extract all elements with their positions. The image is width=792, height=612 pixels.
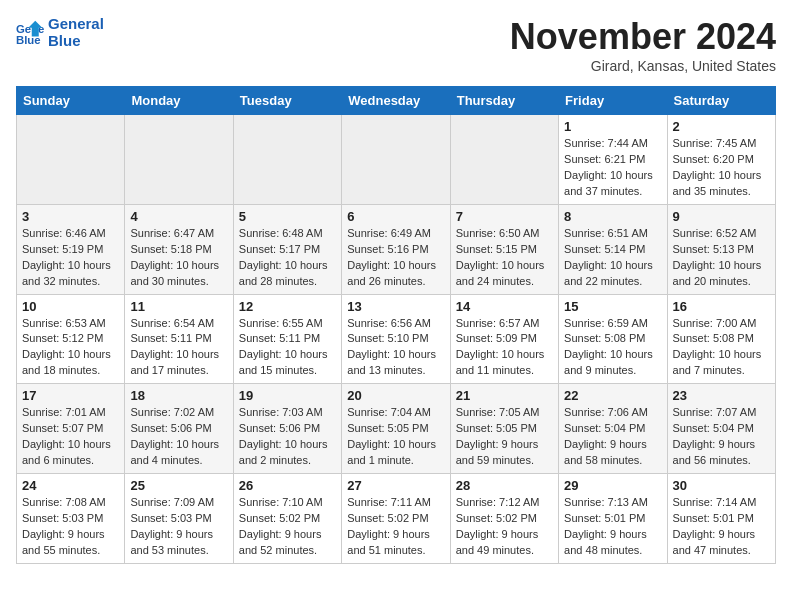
day-number: 19	[239, 388, 336, 403]
day-cell: 27Sunrise: 7:11 AMSunset: 5:02 PMDayligh…	[342, 474, 450, 564]
sunset: Sunset: 5:19 PM	[22, 243, 103, 255]
day-cell: 9Sunrise: 6:52 AMSunset: 5:13 PMDaylight…	[667, 204, 775, 294]
daylight: Daylight: 9 hours and 59 minutes.	[456, 438, 539, 466]
daylight: Daylight: 10 hours and 35 minutes.	[673, 169, 762, 197]
day-cell: 20Sunrise: 7:04 AMSunset: 5:05 PMDayligh…	[342, 384, 450, 474]
day-number: 28	[456, 478, 553, 493]
cell-info: Sunrise: 6:53 AMSunset: 5:12 PMDaylight:…	[22, 316, 119, 380]
sunrise: Sunrise: 7:14 AM	[673, 496, 757, 508]
daylight: Daylight: 10 hours and 28 minutes.	[239, 259, 328, 287]
day-number: 24	[22, 478, 119, 493]
week-row-4: 17Sunrise: 7:01 AMSunset: 5:07 PMDayligh…	[17, 384, 776, 474]
sunset: Sunset: 5:17 PM	[239, 243, 320, 255]
sunset: Sunset: 5:04 PM	[564, 422, 645, 434]
day-number: 16	[673, 299, 770, 314]
sunrise: Sunrise: 6:51 AM	[564, 227, 648, 239]
daylight: Daylight: 10 hours and 24 minutes.	[456, 259, 545, 287]
day-number: 4	[130, 209, 227, 224]
cell-info: Sunrise: 7:14 AMSunset: 5:01 PMDaylight:…	[673, 495, 770, 559]
day-number: 9	[673, 209, 770, 224]
calendar-body: 1Sunrise: 7:44 AMSunset: 6:21 PMDaylight…	[17, 115, 776, 564]
daylight: Daylight: 9 hours and 48 minutes.	[564, 528, 647, 556]
sunset: Sunset: 5:08 PM	[564, 332, 645, 344]
day-number: 14	[456, 299, 553, 314]
sunrise: Sunrise: 6:52 AM	[673, 227, 757, 239]
daylight: Daylight: 10 hours and 30 minutes.	[130, 259, 219, 287]
sunrise: Sunrise: 6:47 AM	[130, 227, 214, 239]
day-number: 17	[22, 388, 119, 403]
cell-info: Sunrise: 6:46 AMSunset: 5:19 PMDaylight:…	[22, 226, 119, 290]
cell-info: Sunrise: 6:59 AMSunset: 5:08 PMDaylight:…	[564, 316, 661, 380]
svg-text:General: General	[16, 23, 44, 35]
daylight: Daylight: 9 hours and 53 minutes.	[130, 528, 213, 556]
sunset: Sunset: 5:05 PM	[456, 422, 537, 434]
cell-info: Sunrise: 7:45 AMSunset: 6:20 PMDaylight:…	[673, 136, 770, 200]
cell-info: Sunrise: 7:13 AMSunset: 5:01 PMDaylight:…	[564, 495, 661, 559]
day-cell: 4Sunrise: 6:47 AMSunset: 5:18 PMDaylight…	[125, 204, 233, 294]
daylight: Daylight: 10 hours and 9 minutes.	[564, 348, 653, 376]
sunset: Sunset: 5:05 PM	[347, 422, 428, 434]
week-row-3: 10Sunrise: 6:53 AMSunset: 5:12 PMDayligh…	[17, 294, 776, 384]
daylight: Daylight: 10 hours and 20 minutes.	[673, 259, 762, 287]
day-number: 13	[347, 299, 444, 314]
cell-info: Sunrise: 7:02 AMSunset: 5:06 PMDaylight:…	[130, 405, 227, 469]
sunset: Sunset: 5:03 PM	[130, 512, 211, 524]
sunset: Sunset: 5:09 PM	[456, 332, 537, 344]
daylight: Daylight: 10 hours and 22 minutes.	[564, 259, 653, 287]
daylight: Daylight: 10 hours and 7 minutes.	[673, 348, 762, 376]
sunrise: Sunrise: 6:53 AM	[22, 317, 106, 329]
day-cell: 5Sunrise: 6:48 AMSunset: 5:17 PMDaylight…	[233, 204, 341, 294]
day-number: 1	[564, 119, 661, 134]
daylight: Daylight: 9 hours and 55 minutes.	[22, 528, 105, 556]
page-header: General Blue General Blue November 2024 …	[16, 16, 776, 74]
day-number: 6	[347, 209, 444, 224]
day-number: 18	[130, 388, 227, 403]
header-cell-monday: Monday	[125, 87, 233, 115]
sunset: Sunset: 5:11 PM	[239, 332, 320, 344]
day-number: 10	[22, 299, 119, 314]
day-number: 25	[130, 478, 227, 493]
sunset: Sunset: 5:12 PM	[22, 332, 103, 344]
sunrise: Sunrise: 7:08 AM	[22, 496, 106, 508]
sunset: Sunset: 5:18 PM	[130, 243, 211, 255]
day-cell: 26Sunrise: 7:10 AMSunset: 5:02 PMDayligh…	[233, 474, 341, 564]
cell-info: Sunrise: 7:11 AMSunset: 5:02 PMDaylight:…	[347, 495, 444, 559]
day-number: 8	[564, 209, 661, 224]
location: Girard, Kansas, United States	[510, 58, 776, 74]
day-number: 11	[130, 299, 227, 314]
day-number: 23	[673, 388, 770, 403]
day-number: 27	[347, 478, 444, 493]
day-cell: 10Sunrise: 6:53 AMSunset: 5:12 PMDayligh…	[17, 294, 125, 384]
day-number: 21	[456, 388, 553, 403]
daylight: Daylight: 10 hours and 17 minutes.	[130, 348, 219, 376]
cell-info: Sunrise: 7:05 AMSunset: 5:05 PMDaylight:…	[456, 405, 553, 469]
daylight: Daylight: 10 hours and 4 minutes.	[130, 438, 219, 466]
day-cell: 7Sunrise: 6:50 AMSunset: 5:15 PMDaylight…	[450, 204, 558, 294]
day-cell: 1Sunrise: 7:44 AMSunset: 6:21 PMDaylight…	[559, 115, 667, 205]
day-cell: 28Sunrise: 7:12 AMSunset: 5:02 PMDayligh…	[450, 474, 558, 564]
sunrise: Sunrise: 6:48 AM	[239, 227, 323, 239]
header-row: SundayMondayTuesdayWednesdayThursdayFrid…	[17, 87, 776, 115]
day-number: 2	[673, 119, 770, 134]
cell-info: Sunrise: 6:50 AMSunset: 5:15 PMDaylight:…	[456, 226, 553, 290]
sunset: Sunset: 6:20 PM	[673, 153, 754, 165]
day-number: 15	[564, 299, 661, 314]
sunset: Sunset: 5:01 PM	[673, 512, 754, 524]
daylight: Daylight: 10 hours and 15 minutes.	[239, 348, 328, 376]
calendar-table: SundayMondayTuesdayWednesdayThursdayFrid…	[16, 86, 776, 564]
sunrise: Sunrise: 6:50 AM	[456, 227, 540, 239]
day-cell: 17Sunrise: 7:01 AMSunset: 5:07 PMDayligh…	[17, 384, 125, 474]
sunrise: Sunrise: 7:45 AM	[673, 137, 757, 149]
daylight: Daylight: 10 hours and 26 minutes.	[347, 259, 436, 287]
day-cell: 2Sunrise: 7:45 AMSunset: 6:20 PMDaylight…	[667, 115, 775, 205]
daylight: Daylight: 10 hours and 11 minutes.	[456, 348, 545, 376]
day-cell	[342, 115, 450, 205]
cell-info: Sunrise: 6:49 AMSunset: 5:16 PMDaylight:…	[347, 226, 444, 290]
week-row-5: 24Sunrise: 7:08 AMSunset: 5:03 PMDayligh…	[17, 474, 776, 564]
day-cell: 25Sunrise: 7:09 AMSunset: 5:03 PMDayligh…	[125, 474, 233, 564]
sunset: Sunset: 5:13 PM	[673, 243, 754, 255]
day-cell: 6Sunrise: 6:49 AMSunset: 5:16 PMDaylight…	[342, 204, 450, 294]
cell-info: Sunrise: 6:56 AMSunset: 5:10 PMDaylight:…	[347, 316, 444, 380]
sunrise: Sunrise: 6:49 AM	[347, 227, 431, 239]
sunrise: Sunrise: 6:59 AM	[564, 317, 648, 329]
